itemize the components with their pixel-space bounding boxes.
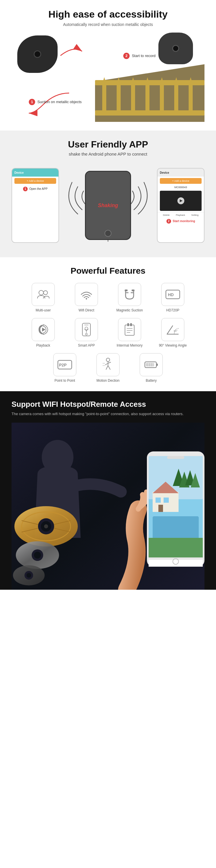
svg-line-48 (106, 366, 108, 370)
section4-title: Support WIFI Hotspot/Remote Access (11, 400, 205, 409)
svg-rect-53 (156, 364, 158, 366)
section-wifi: Support WIFI Hotspot/Remote Access The c… (0, 391, 216, 590)
play-triangle-icon (180, 199, 183, 202)
phone-mockup-left: Device + Add a device 1 Open the APP (11, 168, 59, 243)
feature-memory: Intermal Memory (111, 318, 148, 347)
accessibility-image: 2 Start to record (11, 33, 205, 125)
add-device-btn-right[interactable]: + Add a device (160, 178, 202, 184)
section2-subtitle: shake the Android phone APP to connect (11, 152, 205, 156)
svg-text:HD: HD (168, 292, 174, 297)
dark-background (11, 423, 205, 590)
scene-svg (11, 423, 205, 590)
play-button[interactable] (177, 197, 184, 204)
svg-rect-10 (146, 83, 150, 115)
svg-rect-36 (127, 323, 129, 326)
magnetic-icon (118, 283, 141, 306)
delete-action[interactable]: Delete (163, 214, 169, 216)
svg-line-47 (108, 362, 111, 363)
svg-rect-81 (156, 498, 161, 503)
svg-point-21 (86, 298, 87, 300)
video-thumbnail (160, 191, 202, 211)
angle-icon: 90° (161, 318, 184, 341)
phone-right-topbar: Device (158, 168, 204, 177)
svg-rect-83 (158, 505, 163, 512)
app-demo-area: Device + Add a device 1 Open the APP (11, 162, 205, 249)
svg-point-65 (44, 524, 48, 528)
features-grid: Multi-user Wifi Direct (11, 283, 205, 382)
svg-rect-35 (125, 325, 134, 335)
hd720p-icon: HD (161, 283, 184, 306)
memory-icon (118, 318, 141, 341)
section-accessibility: High ease of accessibility Automatically… (0, 0, 216, 130)
p2p-icon: P2P (53, 353, 76, 376)
feature-motion-label: Motion Dection (96, 378, 120, 382)
step2-label: 2 Start to record (123, 53, 156, 59)
svg-point-68 (34, 552, 41, 559)
svg-rect-14 (174, 83, 178, 115)
battery-icon (140, 353, 163, 376)
feature-magnetic: Magnetic Suction (111, 283, 148, 312)
svg-rect-82 (163, 498, 169, 503)
svg-rect-87 (149, 559, 203, 567)
svg-text:90°: 90° (174, 330, 178, 333)
setting-action[interactable]: Setting (191, 214, 198, 216)
feature-hd720p-label: HD720P (166, 308, 179, 312)
feature-angle-label: 90° Viewing Angle (159, 343, 187, 347)
svg-point-31 (85, 327, 88, 330)
svg-rect-4 (102, 83, 106, 115)
feature-magnetic-label: Magnetic Suction (116, 308, 143, 312)
svg-point-19 (39, 290, 43, 295)
add-device-btn-left[interactable]: + Add a device (14, 178, 56, 184)
feature-hd720p: HD HD720P (154, 283, 191, 312)
section2-title: User Friendly APP (11, 139, 205, 150)
svg-point-30 (86, 333, 87, 335)
arrow-right-indicator (59, 44, 85, 60)
feature-smart-app: Smart APP (68, 318, 105, 347)
section-features: Powerful Features Multi-user (0, 257, 216, 391)
feature-playback: Playback (25, 318, 62, 347)
svg-rect-84 (153, 516, 199, 539)
svg-rect-6 (117, 83, 121, 115)
multi-user-icon (32, 283, 55, 306)
feature-angle: 90° 90° Viewing Angle (154, 318, 191, 347)
section3-title: Powerful Features (11, 266, 205, 276)
section1-subtitle: Automatically record when suction metall… (11, 22, 205, 27)
phone-mockup-right: Device + Add a device MC000043 Delete Pl… (157, 168, 205, 243)
phone-home-indicator (104, 230, 112, 237)
section4-subtitle: The camera comes with wifi hotspot makin… (11, 411, 205, 417)
svg-line-46 (105, 363, 108, 365)
playback-action[interactable]: Playback (176, 214, 185, 216)
feature-multi-user: Multi-user (25, 283, 62, 312)
section-app: User Friendly APP shake the Android phon… (0, 130, 216, 257)
svg-point-71 (27, 573, 31, 578)
phone-step1: 1 Open the APP (12, 185, 58, 193)
shaking-label: Shaking (98, 203, 118, 209)
fence-area (95, 64, 205, 122)
step2-monitoring: 2 Start monitoring (158, 217, 204, 225)
wifi-direct-icon (75, 283, 98, 306)
motion-icon (96, 353, 120, 376)
shaking-phone-container: Shaking (85, 171, 131, 240)
camera-mounted (158, 33, 193, 64)
svg-line-49 (108, 366, 110, 370)
svg-rect-12 (160, 83, 164, 115)
phone-left-topbar: Device (12, 168, 58, 177)
device-id: MC000043 (158, 185, 204, 189)
feature-p2p-label: Point to Point (55, 378, 75, 382)
feature-playback-label: Playback (36, 343, 51, 347)
feature-battery: Battery (132, 353, 170, 382)
feature-wifi-direct-label: Wifi Direct (79, 308, 94, 312)
feature-wifi-direct: Wifi Direct (68, 283, 105, 312)
svg-text:P2P: P2P (59, 363, 66, 367)
svg-rect-3 (95, 110, 205, 116)
svg-rect-16 (189, 83, 193, 115)
feature-multi-user-label: Multi-user (36, 308, 51, 312)
camera-device-left (17, 35, 58, 73)
feature-smart-app-label: Smart APP (78, 343, 95, 347)
wifi-image-area (11, 423, 205, 590)
smart-app-icon (75, 318, 98, 341)
feature-motion: Motion Dection (89, 353, 127, 382)
svg-point-44 (106, 358, 110, 362)
svg-rect-23 (132, 289, 134, 291)
shaking-phone: Shaking (85, 171, 131, 240)
